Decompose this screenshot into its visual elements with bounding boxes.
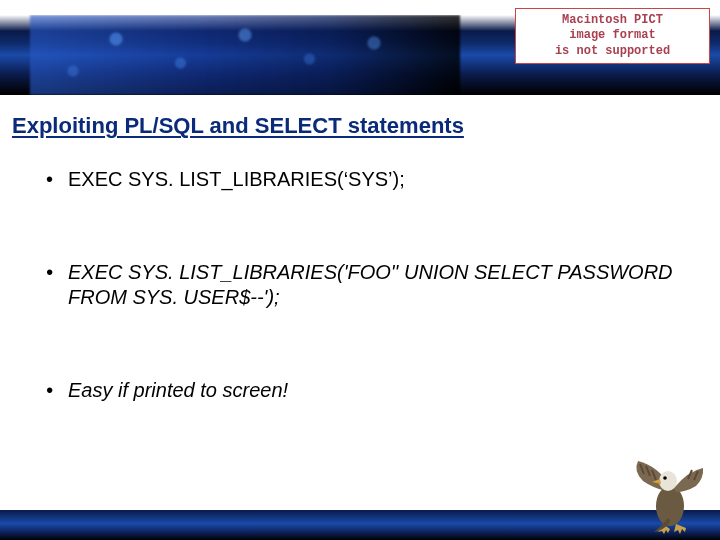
eagle-logo: [608, 446, 708, 534]
bullet-text: Easy if printed to screen!: [68, 379, 288, 401]
svg-point-2: [663, 476, 667, 480]
pict-line-2: image format: [569, 28, 655, 44]
bullet-item: EXEC SYS. LIST_LIBRARIES('FOO'' UNION SE…: [68, 260, 710, 310]
binary-texture: [30, 15, 460, 95]
bullet-list: EXEC SYS. LIST_LIBRARIES(‘SYS’); EXEC SY…: [10, 167, 710, 403]
pict-line-1: Macintosh PICT: [562, 13, 663, 29]
bullet-item: EXEC SYS. LIST_LIBRARIES(‘SYS’);: [68, 167, 710, 192]
pict-line-3: is not supported: [555, 44, 670, 60]
bullet-text: EXEC SYS. LIST_LIBRARIES(‘SYS’);: [68, 168, 405, 190]
bullet-item: Easy if printed to screen!: [68, 378, 710, 403]
pict-unsupported-box: Macintosh PICT image format is not suppo…: [515, 8, 710, 64]
svg-point-1: [659, 471, 677, 491]
slide-title: Exploiting PL/SQL and SELECT statements: [10, 113, 710, 139]
top-banner: Macintosh PICT image format is not suppo…: [0, 0, 720, 95]
bullet-text: EXEC SYS. LIST_LIBRARIES('FOO'' UNION SE…: [68, 261, 673, 308]
slide-content: Exploiting PL/SQL and SELECT statements …: [0, 95, 720, 403]
